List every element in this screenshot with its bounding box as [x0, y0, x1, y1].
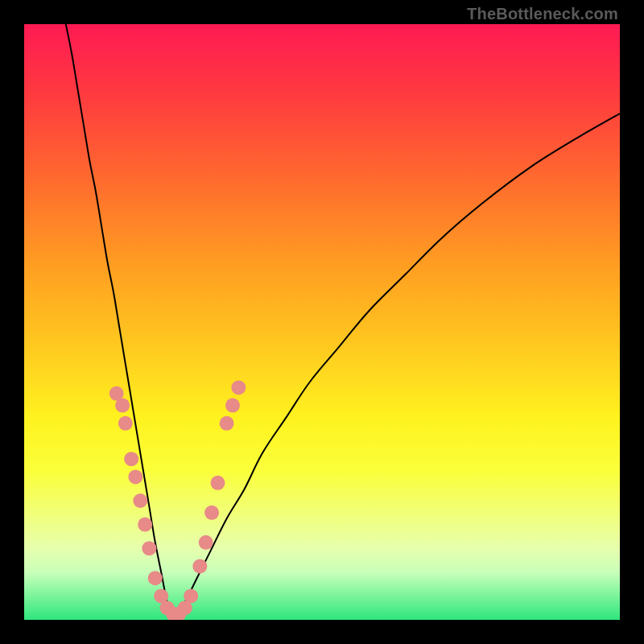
watermark-text: TheBottleneck.com — [467, 5, 618, 23]
chart-container: TheBottleneck.com — [0, 0, 644, 644]
plot-background — [24, 24, 620, 620]
